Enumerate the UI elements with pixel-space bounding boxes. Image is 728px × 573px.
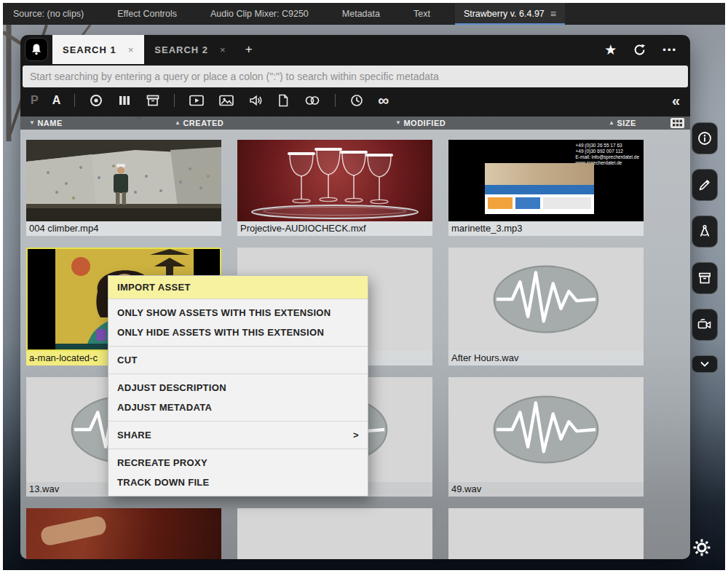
asset-filename: After Hours.wav — [448, 351, 644, 365]
menu-item-only-show-extension[interactable]: ONLY SHOW ASSETS WITH THIS EXTENSION — [108, 303, 368, 323]
asset-row: 004 climber.mp4 — [26, 140, 690, 236]
tab-effect-controls[interactable]: Effect Controls — [108, 3, 186, 25]
asset-tile-projective[interactable]: Projective-AUDIOCHECK.mxf — [237, 140, 432, 236]
archive-button[interactable] — [692, 262, 718, 294]
link-filter-icon[interactable] — [304, 93, 321, 108]
asset-tile-partial[interactable] — [26, 508, 221, 559]
context-menu-group: RECREATE PROXY TRACK DOWN FILE — [108, 448, 368, 496]
asset-tile-partial[interactable] — [448, 508, 644, 559]
asset-filename: 49.wav — [448, 482, 644, 497]
website-photo — [485, 163, 594, 185]
asset-tile-49wav[interactable]: 49.wav — [448, 377, 644, 497]
header-actions: ★ ••• — [604, 42, 683, 58]
grid-view-icon[interactable] — [670, 118, 684, 128]
compass-icon — [697, 224, 712, 239]
measure-button[interactable] — [692, 216, 718, 248]
audio-filter-icon[interactable] — [248, 93, 263, 108]
menu-item-recreate-proxy[interactable]: RECREATE PROXY — [108, 453, 368, 473]
new-search-tab-button[interactable]: + — [237, 42, 261, 57]
asset-filename: marinette_3.mp3 — [448, 221, 644, 236]
desktop-background: SEARCH 1 × SEARCH 2 × + ★ ••• — [3, 25, 725, 570]
strawberry-logo[interactable] — [25, 38, 48, 61]
tab-strawberry[interactable]: Strawberry v. 6.4.97 ≡ — [455, 3, 565, 25]
toolbar-separator — [174, 94, 175, 107]
audio-logo-icon — [484, 260, 608, 339]
panel-header: SEARCH 1 × SEARCH 2 × + ★ ••• — [20, 35, 690, 64]
menu-item-only-hide-extension[interactable]: ONLY HIDE ASSETS WITH THIS EXTENSION — [108, 323, 368, 342]
asset-thumbnail: +49 (0)30 26 55 17 63 +49 (0)30 692 007 … — [448, 140, 644, 221]
video-filter-icon[interactable] — [189, 93, 205, 108]
context-menu: IMPORT ASSET ONLY SHOW ASSETS WITH THIS … — [108, 275, 368, 497]
context-menu-group: ONLY SHOW ASSETS WITH THIS EXTENSION ONL… — [108, 299, 368, 346]
asset-tile-marinette[interactable]: +49 (0)30 26 55 17 63 +49 (0)30 692 007 … — [448, 140, 644, 236]
collapse-panel-icon[interactable]: « — [672, 92, 680, 109]
context-menu-group: CUT — [108, 346, 368, 374]
sort-desc-icon: ▼ — [29, 116, 35, 130]
column-name[interactable]: ▼ NAME — [29, 116, 63, 130]
submenu-arrow-icon: > — [353, 430, 359, 440]
menu-item-share[interactable]: SHARE > — [108, 425, 368, 445]
menu-item-import-asset[interactable]: IMPORT ASSET — [108, 276, 368, 299]
tab-strawberry-label: Strawberry v. 6.4.97 — [464, 3, 545, 25]
website-content — [485, 194, 594, 214]
column-modified[interactable]: ▼ MODIFIED — [395, 116, 446, 130]
toolbar-separator — [335, 94, 336, 107]
asset-tile-after-hours[interactable]: After Hours.wav — [448, 248, 644, 365]
camera-button[interactable] — [692, 309, 718, 341]
camera-icon — [697, 317, 713, 332]
refresh-icon[interactable] — [633, 43, 646, 57]
tab-audio-clip-mixer[interactable]: Audio Clip Mixer: C9250 — [202, 3, 317, 25]
asset-thumbnail — [448, 377, 644, 482]
proxy-filter-button[interactable]: P — [31, 94, 39, 107]
bell-icon — [30, 43, 43, 56]
boat-art — [39, 515, 107, 547]
menu-item-cut[interactable]: CUT — [108, 350, 368, 370]
infinity-filter-icon[interactable]: ∞ — [378, 93, 389, 108]
right-toolbar — [692, 122, 719, 387]
climber-thumbnail-art — [26, 140, 221, 221]
context-menu-group: ADJUST DESCRIPTION ADJUST METADATA — [108, 374, 368, 421]
info-button[interactable] — [692, 122, 718, 154]
tab-metadata[interactable]: Metadata — [333, 3, 389, 25]
menu-item-adjust-metadata[interactable]: ADJUST METADATA — [108, 398, 368, 417]
rail-expand-button[interactable] — [692, 355, 718, 373]
all-filter-button[interactable]: A — [52, 94, 61, 107]
column-created[interactable]: ▲ CREATED — [175, 116, 223, 130]
column-size[interactable]: ▲ SIZE — [609, 116, 636, 130]
close-tab-icon[interactable]: × — [220, 44, 226, 55]
clock-filter-icon[interactable] — [349, 93, 364, 108]
column-modified-label: MODIFIED — [403, 116, 446, 130]
tab-text[interactable]: Text — [405, 3, 439, 25]
search-tab-1[interactable]: SEARCH 1 × — [52, 35, 144, 64]
archive-filter-icon[interactable] — [146, 93, 160, 108]
menu-item-adjust-description[interactable]: ADJUST DESCRIPTION — [108, 378, 368, 398]
asset-thumbnail — [237, 140, 432, 221]
columns-filter-icon[interactable] — [117, 93, 132, 108]
menu-item-track-down-file[interactable]: TRACK DOWN FILE — [108, 473, 368, 492]
panel-menu-icon[interactable]: ≡ — [550, 3, 556, 25]
asset-filename: 004 climber.mp4 — [26, 221, 221, 236]
asset-tile-climber[interactable]: 004 climber.mp4 — [26, 140, 221, 236]
more-options-icon[interactable]: ••• — [662, 44, 677, 55]
search-input[interactable] — [30, 71, 681, 82]
app-tab-bar: Source: (no clips) Effect Controls Audio… — [3, 3, 725, 25]
info-icon — [697, 131, 712, 146]
search-tab-2-label: SEARCH 2 — [154, 44, 208, 55]
search-tab-2[interactable]: SEARCH 2 × — [144, 35, 236, 64]
chevron-down-icon — [700, 360, 710, 368]
sort-asc-icon: ▲ — [175, 116, 181, 130]
close-tab-icon[interactable]: × — [128, 44, 135, 55]
favorites-icon[interactable]: ★ — [604, 42, 617, 58]
asset-tile-partial[interactable] — [237, 508, 432, 559]
document-filter-icon[interactable] — [277, 93, 290, 108]
search-tab-1-label: SEARCH 1 — [63, 44, 116, 55]
settings-button[interactable] — [692, 537, 712, 561]
context-menu-group: IMPORT ASSET — [108, 276, 368, 299]
archive-icon — [697, 271, 712, 285]
asset-filename: Projective-AUDIOCHECK.mxf — [237, 221, 432, 236]
tab-source[interactable]: Source: (no clips) — [4, 3, 92, 25]
record-filter-icon[interactable] — [89, 93, 103, 108]
sort-desc-icon: ▼ — [395, 116, 401, 130]
edit-button[interactable] — [692, 169, 718, 201]
image-filter-icon[interactable] — [218, 93, 234, 108]
